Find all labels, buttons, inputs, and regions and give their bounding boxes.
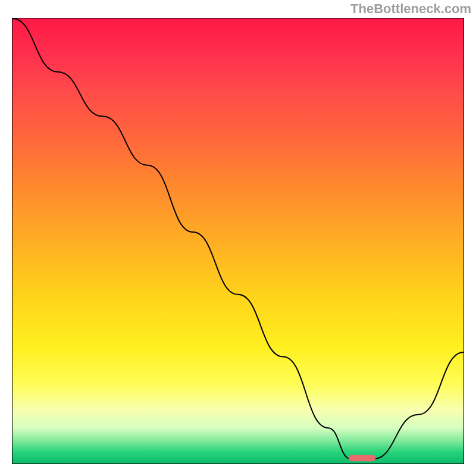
optimal-marker [349,455,375,461]
watermark-label: TheBottleneck.com [350,1,471,17]
bottleneck-curve [12,18,464,459]
curve-overlay [12,18,464,464]
bottleneck-chart: TheBottleneck.com [0,0,476,476]
plot-area [12,18,464,464]
